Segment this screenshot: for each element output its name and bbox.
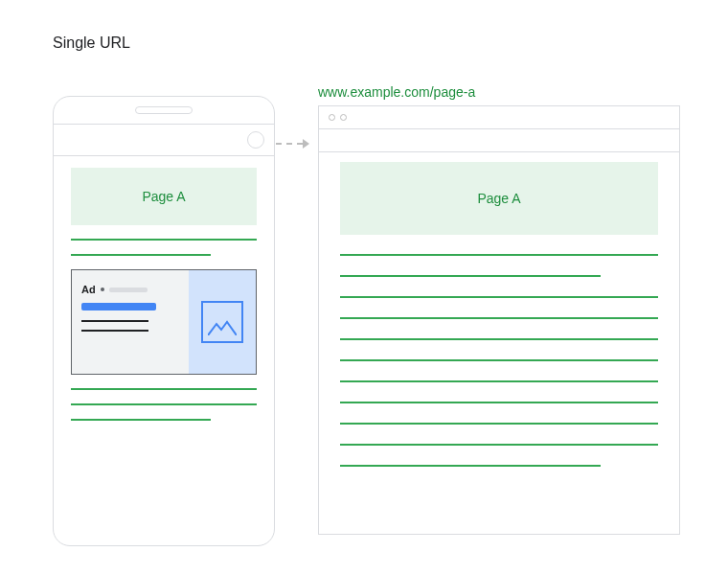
ad-text-line: [81, 320, 148, 322]
diagram-title: Single URL: [53, 34, 130, 52]
ad-domain-placeholder: [109, 288, 148, 292]
text-line: [340, 402, 658, 403]
mobile-page-title: Page A: [71, 168, 257, 225]
camera-icon: [247, 131, 264, 149]
text-line: [71, 403, 257, 405]
phone-notch-icon: [135, 106, 193, 114]
text-line: [340, 359, 658, 361]
ad-card: Ad: [71, 269, 257, 375]
text-line: [340, 444, 658, 446]
ad-headline-placeholder: [81, 303, 156, 310]
text-line: [340, 380, 658, 382]
url-label: www.example.com/page-a: [318, 84, 475, 100]
arrow-icon: [276, 138, 314, 150]
mobile-wireframe: Page A Ad: [53, 96, 275, 546]
image-icon: [201, 301, 243, 343]
window-control-icon: [340, 114, 347, 121]
ad-image-block: [189, 270, 256, 374]
browser-header: [319, 106, 679, 129]
text-line: [340, 317, 658, 319]
dot-icon: [101, 288, 104, 291]
text-line: [340, 423, 658, 425]
desktop-page-title: Page A: [340, 162, 658, 235]
phone-statusbar: [54, 124, 274, 156]
text-line: [71, 388, 257, 390]
text-line: [340, 254, 658, 256]
text-line: [340, 296, 658, 298]
text-line: [71, 419, 211, 421]
window-control-icon: [329, 114, 335, 121]
text-line: [340, 338, 658, 340]
text-line: [71, 239, 257, 241]
ad-label: Ad: [81, 284, 96, 295]
ad-text-line: [81, 330, 148, 332]
browser-toolbar: [319, 129, 679, 152]
text-line: [340, 275, 601, 277]
desktop-wireframe: Page A: [318, 105, 680, 535]
text-line: [71, 254, 211, 256]
text-line: [340, 465, 601, 467]
